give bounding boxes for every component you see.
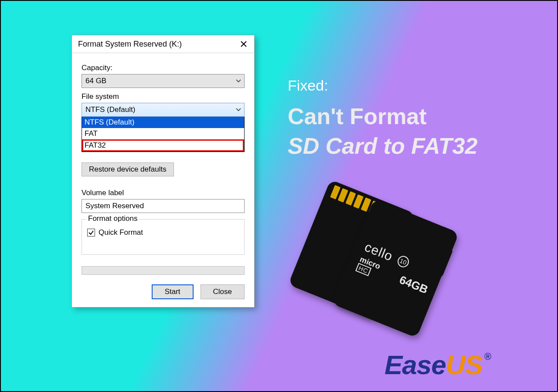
start-button[interactable]: Start xyxy=(152,284,194,299)
quick-format-checkbox[interactable] xyxy=(87,229,95,237)
logo-us: US xyxy=(446,350,483,380)
headline: Fixed: Can't Format SD Card to FAT32 xyxy=(288,76,532,161)
chevron-down-icon xyxy=(235,108,242,112)
headline-line1: Can't Format xyxy=(288,102,532,132)
volume-label-input[interactable] xyxy=(82,199,245,213)
capacity-value: 64 GB xyxy=(85,77,106,85)
easeus-logo: EaseUS® xyxy=(384,349,489,380)
titlebar: Format System Reserved (K:) xyxy=(72,35,254,53)
chevron-down-icon xyxy=(235,79,242,83)
volume-label-label: Volume label xyxy=(82,189,245,197)
registered-icon: ® xyxy=(484,351,491,362)
capacity-label: Capacity: xyxy=(82,64,245,72)
filesystem-options-list: NTFS (Default) FAT FAT32 xyxy=(82,117,245,152)
headline-fixed: Fixed: xyxy=(288,76,532,95)
filesystem-value: NTFS (Default) xyxy=(85,105,135,114)
dialog-body: Capacity: 64 GB File system NTFS (Defaul… xyxy=(72,53,254,307)
headline-line2: SD Card to FAT32 xyxy=(288,132,532,161)
sd-card-print: cello 10 micro HC 64GB xyxy=(355,240,436,298)
close-icon[interactable] xyxy=(237,39,251,49)
option-fat32[interactable]: FAT32 xyxy=(82,139,244,152)
close-button[interactable]: Close xyxy=(201,284,245,299)
option-ntfs[interactable]: NTFS (Default) xyxy=(82,117,244,128)
speed-class-icon: 10 xyxy=(396,254,411,269)
format-options-legend: Format options xyxy=(86,214,139,223)
restore-defaults-button[interactable]: Restore device defaults xyxy=(82,162,174,176)
format-dialog: Format System Reserved (K:) Capacity: 64… xyxy=(71,35,255,308)
dialog-title: Format System Reserved (K:) xyxy=(78,40,182,49)
logo-ease: Ease xyxy=(384,350,446,380)
sd-cards-illustration: cello 10 micro HC 64GB xyxy=(306,193,463,332)
progress-bar xyxy=(82,266,245,275)
format-options-group: Format options Quick Format xyxy=(82,219,245,255)
filesystem-label: File system xyxy=(82,92,245,101)
option-fat[interactable]: FAT xyxy=(82,128,244,139)
quick-format-label: Quick Format xyxy=(99,228,143,237)
filesystem-dropdown[interactable]: NTFS (Default) xyxy=(82,103,245,117)
capacity-dropdown[interactable]: 64 GB xyxy=(82,74,245,88)
